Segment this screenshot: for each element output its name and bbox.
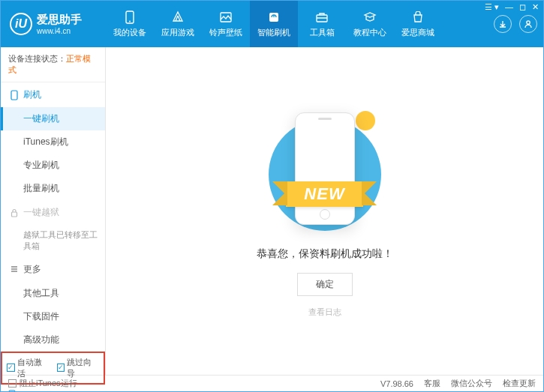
sidebar-item-pro[interactable]: 专业刷机 [1,154,105,177]
checkbox-label: 跳过向导 [67,357,99,379]
apps-icon [171,10,185,24]
update-link[interactable]: 检查更新 [503,378,536,389]
checkbox-skip-guide[interactable]: ✓跳过向导 [57,357,100,379]
nav-ringtones[interactable]: 铃声壁纸 [202,1,250,47]
nav-apps[interactable]: 应用游戏 [154,1,202,47]
sidebar-item-itunes[interactable]: iTunes刷机 [1,130,105,154]
version-label: V7.98.66 [380,379,413,388]
account-button[interactable] [519,15,537,33]
menu-icon[interactable]: ☰ ▾ [485,2,499,12]
wallpaper-icon [219,10,233,24]
svg-point-1 [129,20,131,22]
phone-icon [123,10,137,24]
minimize-icon[interactable]: — [505,2,513,12]
window-controls: ☰ ▾ — ◻ ✕ [485,2,539,12]
toolbox-icon [315,10,329,24]
status-label: 设备连接状态： [8,54,66,63]
logo-area: iU 爱思助手 www.i4.cn [1,13,106,35]
svg-rect-7 [12,212,17,217]
list-icon [10,265,19,274]
sidebar-head-label: 一键越狱 [23,206,59,219]
main-nav: 我的设备 应用游戏 铃声壁纸 智能刷机 工具箱 教程中心 爱思商城 [106,1,494,47]
ok-button[interactable]: 确定 [297,273,353,296]
checkbox-label: 阻止iTunes运行 [20,378,77,389]
nav-store[interactable]: 爱思商城 [394,1,442,47]
sidebar-item-other[interactable]: 其他工具 [1,282,105,305]
connection-status: 设备连接状态：正常模式 [1,47,105,82]
close-icon[interactable]: ✕ [532,2,539,12]
header-right [494,15,543,33]
phone-small-icon [10,90,19,100]
checkbox-label: 自动激活 [17,357,50,379]
header: iU 爱思助手 www.i4.cn 我的设备 应用游戏 铃声壁纸 智能刷机 工具… [1,1,543,47]
nav-label: 智能刷机 [257,27,290,38]
sidebar-head-flash[interactable]: 刷机 [1,82,105,107]
sidebar-head-label: 更多 [23,263,41,276]
svg-rect-6 [11,91,17,100]
logo-icon: iU [10,13,32,35]
sidebar-head-more[interactable]: 更多 [1,257,105,282]
store-icon [411,10,425,24]
nav-toolbox[interactable]: 工具箱 [298,1,346,47]
sidebar-head-jailbreak[interactable]: 一键越狱 [1,200,105,225]
wechat-link[interactable]: 微信公众号 [451,378,492,389]
phone-illustration-icon [295,112,355,225]
flash-icon [267,10,281,24]
success-message: 恭喜您，保资料刷机成功啦！ [257,247,393,261]
tutorial-icon [363,10,377,24]
success-illustration: NEW [269,105,381,232]
download-button[interactable] [494,15,512,33]
lock-icon [10,208,19,217]
service-link[interactable]: 客服 [424,378,440,389]
checkbox-block-itunes[interactable]: 阻止iTunes运行 [8,378,77,389]
nav-label: 工具箱 [310,27,335,38]
nav-my-device[interactable]: 我的设备 [106,1,154,47]
sun-icon [356,111,375,130]
sidebar-item-oneclick[interactable]: 一键刷机 [1,107,105,130]
sidebar-item-advanced[interactable]: 高级功能 [1,328,105,352]
nav-tutorials[interactable]: 教程中心 [346,1,394,47]
new-ribbon: NEW [286,181,362,207]
nav-label: 教程中心 [353,27,386,38]
nav-label: 我的设备 [113,27,146,38]
sidebar: 设备连接状态：正常模式 刷机 一键刷机 iTunes刷机 专业刷机 批量刷机 一… [1,47,106,375]
maximize-icon[interactable]: ◻ [519,2,526,12]
nav-label: 应用游戏 [161,27,194,38]
app-subtitle: www.i4.cn [37,27,82,35]
nav-label: 铃声壁纸 [209,27,242,38]
sidebar-item-firmware[interactable]: 下载固件 [1,305,105,328]
app-title: 爱思助手 [37,13,82,27]
checkbox-auto-activate[interactable]: ✓自动激活 [7,357,50,379]
sidebar-head-label: 刷机 [23,88,41,101]
nav-label: 爱思商城 [401,27,434,38]
jailbreak-note: 越狱工具已转移至工具箱 [1,225,105,257]
nav-flash[interactable]: 智能刷机 [250,1,298,47]
view-log-link[interactable]: 查看日志 [308,307,341,318]
main-content: NEW 恭喜您，保资料刷机成功啦！ 确定 查看日志 [106,47,543,375]
sidebar-item-batch[interactable]: 批量刷机 [1,177,105,200]
svg-point-5 [527,21,530,24]
